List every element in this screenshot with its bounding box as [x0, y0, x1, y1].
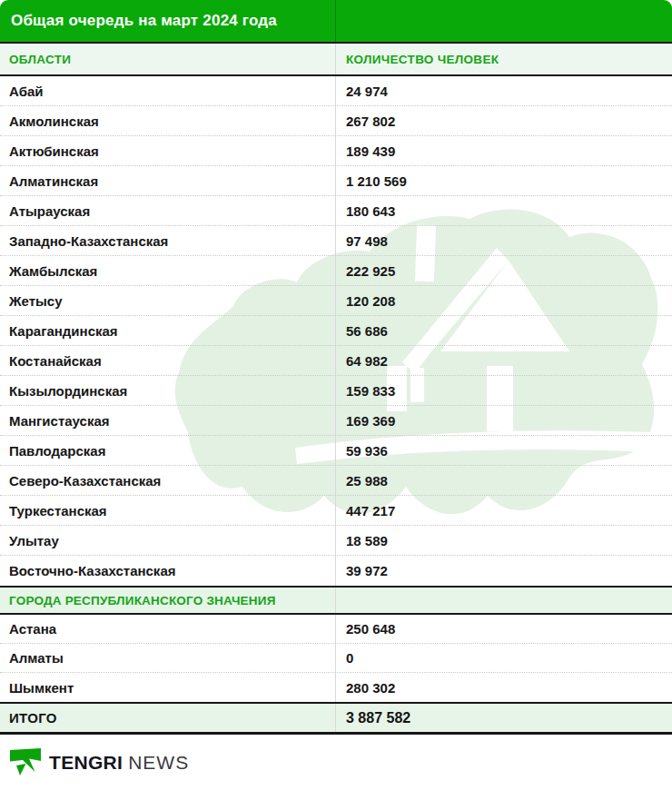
- row-label-cell: Алматы: [0, 644, 336, 672]
- total-label-cell: ИТОГО: [0, 704, 336, 732]
- row-label-cell: Северо-Казахстанская: [0, 466, 336, 495]
- row-label: Мангистауская: [9, 413, 110, 429]
- row-label: Западно-Казахстанская: [9, 233, 168, 249]
- row-value-cell: 56 686: [336, 323, 672, 339]
- row-label: Абай: [9, 84, 43, 99]
- table-row: Акмолинская 267 802: [0, 106, 672, 136]
- column-header-regions-cell: ОБЛАСТИ: [0, 44, 336, 74]
- table-title-bar: Общая очередь на март 2024 года: [0, 0, 672, 42]
- city-rows-group: Астана 250 648 Алматы 0 Шымкент 280 302: [0, 615, 672, 702]
- row-value-cell: 159 833: [336, 383, 672, 399]
- table-row: Алматинская 1 210 569: [0, 166, 672, 196]
- table-row: Улытау 18 589: [0, 526, 672, 556]
- table-row: Жамбылская 222 925: [0, 256, 672, 286]
- row-label-cell: Костанайская: [0, 346, 336, 375]
- column-header-regions: ОБЛАСТИ: [9, 53, 71, 66]
- column-header-row: ОБЛАСТИ КОЛИЧЕСТВО ЧЕЛОВЕК: [0, 44, 672, 74]
- table-row: Шымкент 280 302: [0, 673, 672, 702]
- total-value: 3 887 582: [346, 710, 410, 726]
- table-row: Кызылординская 159 833: [0, 376, 672, 406]
- row-value: 180 643: [346, 203, 395, 219]
- row-label: Астана: [9, 621, 56, 637]
- row-value-cell: 169 369: [336, 413, 672, 429]
- row-label-cell: Акмолинская: [0, 106, 336, 135]
- row-value-cell: 0: [336, 650, 672, 666]
- row-label-cell: Карагандинская: [0, 316, 336, 345]
- tengri-news-logo-icon: [10, 748, 41, 777]
- title-bar-right-cell: [336, 0, 672, 42]
- table-row: Атырауская 180 643: [0, 196, 672, 226]
- row-label-cell: Атырауская: [0, 196, 336, 225]
- row-value-cell: 447 217: [336, 503, 672, 518]
- row-label-cell: Кызылординская: [0, 376, 336, 405]
- column-header-count-cell: КОЛИЧЕСТВО ЧЕЛОВЕК: [336, 53, 672, 66]
- table-row: Астана 250 648: [0, 615, 672, 644]
- table-row: Жетысу 120 208: [0, 286, 672, 316]
- row-label-cell: Жамбылская: [0, 256, 336, 285]
- row-value-cell: 222 925: [336, 263, 672, 279]
- row-value-cell: 180 643: [336, 203, 672, 219]
- row-value: 25 988: [346, 473, 388, 489]
- row-label-cell: Абай: [0, 76, 336, 105]
- row-label-cell: Восточно-Казахстанская: [0, 556, 336, 586]
- row-value: 39 972: [346, 563, 388, 578]
- row-value: 250 648: [346, 621, 395, 637]
- row-value-cell: 1 210 569: [336, 173, 672, 189]
- row-label: Актюбинская: [9, 143, 99, 159]
- row-value-cell: 189 439: [336, 143, 672, 159]
- row-value-cell: 267 802: [336, 114, 672, 129]
- row-label: Жетысу: [9, 293, 63, 309]
- row-value-cell: 18 589: [336, 533, 672, 548]
- total-value-cell: 3 887 582: [336, 710, 672, 726]
- row-label: Алматинская: [9, 173, 98, 189]
- row-value: 56 686: [346, 323, 388, 339]
- table-row: Актюбинская 189 439: [0, 136, 672, 166]
- row-label-cell: Жетысу: [0, 286, 336, 315]
- table-row: Карагандинская 56 686: [0, 316, 672, 346]
- row-label-cell: Туркестанская: [0, 496, 336, 525]
- row-value: 64 982: [346, 353, 388, 369]
- row-label: Улытау: [9, 533, 59, 548]
- row-value: 18 589: [346, 533, 388, 548]
- row-label-cell: Павлодарская: [0, 436, 336, 465]
- section-title: ГОРОДА РЕСПУБЛИКАНСКОГО ЗНАЧЕНИЯ: [9, 594, 276, 607]
- row-value: 0: [346, 650, 353, 666]
- row-value-cell: 39 972: [336, 563, 672, 578]
- table-row: Западно-Казахстанская 97 498: [0, 226, 672, 256]
- table-row: Мангистауская 169 369: [0, 406, 672, 436]
- row-label: Кызылординская: [9, 383, 127, 399]
- divider-line: [0, 732, 672, 735]
- row-value: 222 925: [346, 263, 395, 279]
- row-label: Акмолинская: [9, 114, 99, 129]
- row-label-cell: Астана: [0, 615, 336, 643]
- row-label-cell: Актюбинская: [0, 136, 336, 165]
- table-row: Костанайская 64 982: [0, 346, 672, 376]
- row-label: Карагандинская: [9, 323, 118, 339]
- row-value-cell: 59 936: [336, 443, 672, 459]
- column-header-count: КОЛИЧЕСТВО ЧЕЛОВЕК: [346, 53, 499, 66]
- row-value-cell: 97 498: [336, 233, 672, 249]
- row-label: Туркестанская: [9, 503, 107, 518]
- row-label-cell: Западно-Казахстанская: [0, 226, 336, 255]
- row-label: Костанайская: [9, 353, 102, 369]
- row-label: Восточно-Казахстанская: [9, 563, 175, 578]
- row-value: 1 210 569: [346, 173, 407, 189]
- table-title: Общая очередь на март 2024 года: [11, 12, 277, 30]
- table-row: Северо-Казахстанская 25 988: [0, 466, 672, 496]
- row-label-cell: Шымкент: [0, 673, 336, 702]
- table-row: Павлодарская 59 936: [0, 436, 672, 466]
- queue-table: Общая очередь на март 2024 года ОБЛАСТИ …: [0, 0, 672, 735]
- section-header-row: ГОРОДА РЕСПУБЛИКАНСКОГО ЗНАЧЕНИЯ: [0, 588, 672, 613]
- row-label: Жамбылская: [9, 263, 97, 279]
- row-label: Шымкент: [9, 680, 74, 696]
- row-value-cell: 64 982: [336, 353, 672, 369]
- row-label: Алматы: [9, 650, 64, 666]
- total-row: ИТОГО 3 887 582: [0, 704, 672, 732]
- section-title-cell: ГОРОДА РЕСПУБЛИКАНСКОГО ЗНАЧЕНИЯ: [0, 588, 336, 613]
- row-value: 59 936: [346, 443, 388, 459]
- brand-name-bold: TENGRI: [49, 752, 123, 774]
- footer: TENGRI NEWS: [0, 736, 672, 790]
- infographic-canvas: Общая очередь на март 2024 года ОБЛАСТИ …: [0, 0, 672, 790]
- row-value: 447 217: [346, 503, 395, 518]
- table-row: Абай 24 974: [0, 76, 672, 106]
